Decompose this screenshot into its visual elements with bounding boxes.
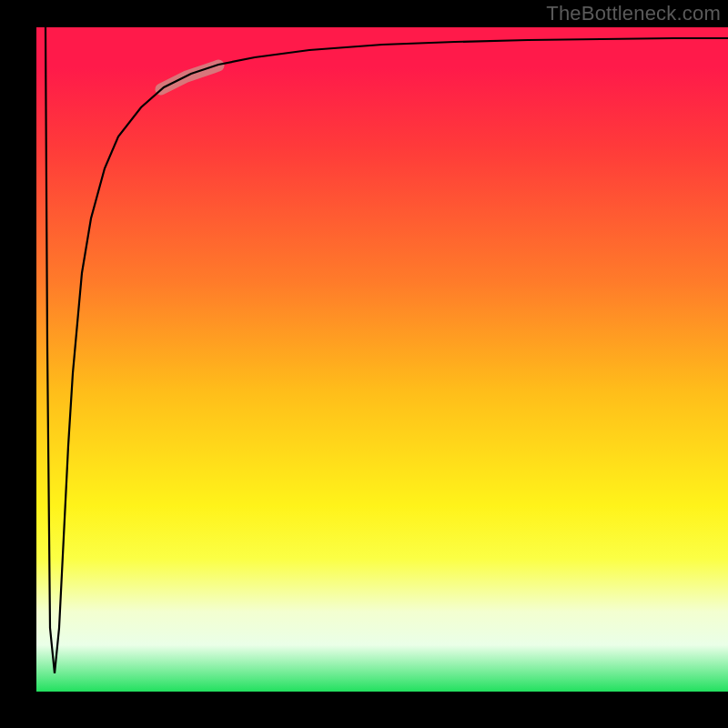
watermark-text: TheBottleneck.com (546, 2, 721, 25)
chart-frame: TheBottleneck.com (0, 0, 728, 728)
curve-layer (36, 27, 728, 692)
plot-area (36, 27, 728, 692)
highlight-segment (161, 66, 218, 89)
bottleneck-curve (46, 27, 728, 673)
